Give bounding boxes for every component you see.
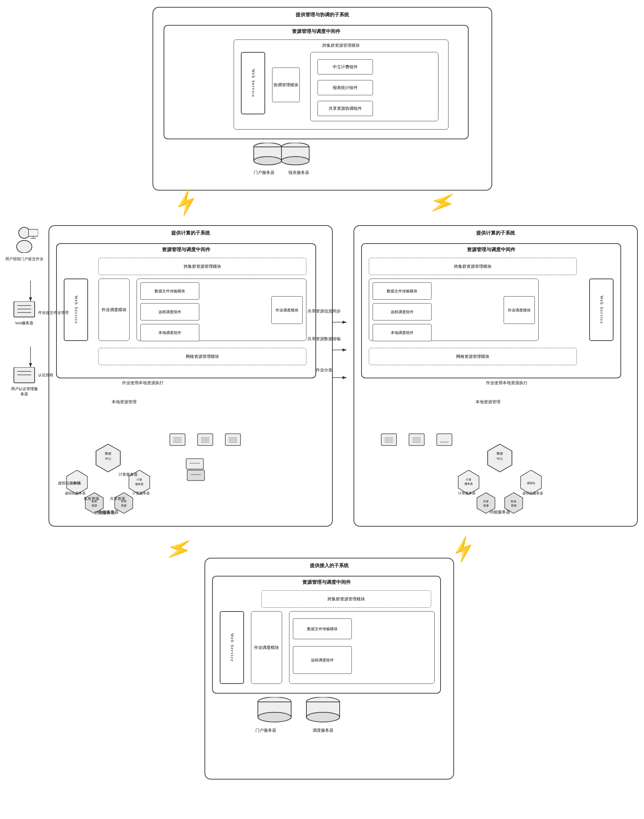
svg-rect-84 (437, 434, 452, 445)
svg-text:虚拟化: 虚拟化 (527, 482, 535, 485)
left-cross-cluster-box: 跨集群资源管理模块 (98, 258, 307, 275)
svg-text:服务器: 服务器 (135, 482, 144, 486)
svg-text:私有: 私有 (511, 500, 517, 503)
top-subsystem-box: 提供管理与协调的子系统 资源管理与调度中间件 跨集群资源管理模块 Web Ser… (152, 7, 492, 191)
right-cross-cluster-box: 跨集群资源管理模块 (369, 258, 577, 275)
top-c1-box: 中立计费组件 (317, 59, 373, 75)
job-dispatch-label: 作业分发 (302, 367, 347, 373)
left-job-dispatch-box: 作业调度模块 (98, 279, 130, 341)
lightning-top-left: ⚡ (170, 188, 202, 217)
svg-rect-58 (186, 459, 204, 469)
bottom-remote-dispatch-box: 远程调度组件 (293, 646, 352, 674)
left-private-label: 私有资源 (84, 496, 99, 501)
top-c2-box: 报表统计组件 (317, 80, 373, 95)
right-job-use-label: 作业使用本地资源执行 (475, 380, 538, 386)
left-subsystem-title: 提供计算的子系统 (49, 230, 332, 236)
left-remote-dispatch-label: 远程调度组件 (158, 309, 181, 315)
top-ws-label: Web Service (251, 69, 256, 98)
right-data-file-box: 数据文件传输模块 (373, 282, 431, 300)
left-grid-resource-box: 网格资源管理模块 (98, 348, 307, 365)
right-local-dispatch-label: 本地调度组件 (391, 330, 414, 335)
right-subsystem-box: 提供计算的子系统 资源管理与调度中间件 跨集群资源管理模块 网格资源管理模块 数… (354, 225, 638, 527)
bottom-s1-label: 门户服务器 (256, 727, 276, 733)
bottom-cross-cluster-label: 跨集群资源管理模块 (328, 596, 365, 602)
svg-rect-51 (225, 434, 241, 445)
left-ws-label: Web Service (74, 295, 79, 324)
auth-label: 认证授权 (38, 372, 54, 378)
svg-rect-47 (198, 434, 213, 445)
svg-rect-80 (409, 434, 424, 445)
bottom-cross-cluster-box: 跨集群资源管理模块 (261, 590, 431, 608)
top-c3-box: 共享资源协调组件 (317, 101, 373, 116)
user-label: 用户登陆门户提交作业 (3, 256, 45, 262)
right-cross-cluster-label: 跨集群资源管理模块 (454, 264, 492, 269)
svg-text:资源: 资源 (483, 504, 489, 507)
svg-text:中心: 中心 (105, 457, 111, 461)
bottom-data-file-box: 数据文件传输模块 (293, 618, 352, 639)
bottom-ws-box: Web Service (220, 611, 244, 684)
top-c2-label: 报表统计组件 (333, 85, 358, 91)
left-function-server-label: 功能服务器 (94, 510, 115, 516)
left-job-dispatch-label: 作业调度模块 (101, 307, 127, 313)
left-inner-modules-box: 数据文件传输模块 远程调度组件 本地调度组件 作业调度模块 (136, 279, 307, 341)
svg-rect-76 (381, 434, 397, 445)
top-components-box: 中立计费组件 报表统计组件 共享资源协调组件 (310, 52, 439, 121)
left-job-dispatch-right-box: 作业调度模块 (271, 296, 303, 324)
bottom-middleware-title: 资源管理与调度中间件 (213, 579, 440, 585)
top-c1-label: 中立计费组件 (333, 64, 358, 70)
right-middleware-title: 资源管理与调度中间件 (362, 246, 620, 253)
svg-point-25 (254, 156, 281, 165)
top-coord-module: 协调管理模块 (272, 67, 300, 102)
right-grid-label: 网格资源管理模块 (456, 354, 489, 360)
shared-resource-sync-label: 共享资源信息同步 (302, 308, 347, 314)
right-local-resource-label: 本地资源管理 (475, 399, 500, 405)
top-s1-label: 门户服务器 (254, 170, 274, 176)
left-jd-right-label: 作业调度模块 (276, 308, 298, 313)
right-data-file-label: 数据文件传输模块 (387, 289, 417, 294)
bottom-ws-label: Web Service (230, 633, 235, 662)
svg-point-90 (17, 240, 32, 253)
left-middleware-box: 资源管理与调度中间件 跨集群资源管理模块 网格资源管理模块 Web Servic… (56, 243, 316, 378)
job-submit-label: 作业提交作业管理 (38, 310, 69, 315)
left-data-file-box: 数据文件传输模块 (140, 282, 199, 300)
svg-text:资源: 资源 (92, 504, 97, 507)
right-job-dispatch-box: 作业调度模块 (504, 296, 535, 324)
left-ws-box: Web Service (64, 279, 88, 341)
svg-text:数据: 数据 (105, 452, 111, 455)
lightning-bottom-left: ⚡ (164, 535, 195, 563)
svg-text:服务器: 服务器 (465, 482, 473, 485)
shared-resource-transfer-label: 共享资源数据传输 (302, 336, 347, 342)
bottom-remote-dispatch-label: 远程调度组件 (311, 658, 334, 663)
svg-rect-43 (170, 434, 185, 445)
svg-point-103 (258, 712, 291, 722)
svg-text:虚拟化服务器: 虚拟化服务器 (522, 491, 543, 495)
bottom-subsystem-title: 提供接入的子系统 (205, 563, 453, 569)
web-server-label: Web服务器 (15, 320, 34, 326)
svg-text:功能服务器: 功能服务器 (489, 510, 510, 514)
svg-point-89 (19, 227, 30, 238)
top-coord-label: 协调管理模块 (273, 82, 298, 88)
svg-text:计算服务器: 计算服务器 (132, 491, 150, 495)
left-virtual-server-label: 虚拟化服务器 (58, 481, 81, 486)
left-subsystem-box: 提供计算的子系统 资源管理与调度中间件 跨集群资源管理模块 网格资源管理模块 W… (49, 225, 333, 527)
right-grid-resource-box: 网格资源管理模块 (369, 348, 577, 365)
right-middleware-box: 资源管理与调度中间件 跨集群资源管理模块 网格资源管理模块 数据文件传输模块 远… (361, 243, 621, 378)
right-ws-box: Web Service (589, 279, 613, 341)
lightning-bottom-right: ⚡ (448, 535, 479, 563)
auth-server-icon: 用户认证管理服务器 (11, 367, 38, 396)
svg-text:中心: 中心 (497, 457, 503, 461)
lightning-top-right: ⚡ (427, 188, 458, 217)
right-remote-dispatch-box: 远程调度组件 (373, 303, 431, 320)
left-job-use-label: 作业使用本地资源执行 (112, 380, 174, 386)
left-remote-dispatch-box: 远程调度组件 (140, 303, 199, 320)
svg-rect-91 (28, 230, 38, 236)
left-local-dispatch-box: 本地调度组件 (140, 324, 199, 341)
top-subsystem-title: 提供管理与协调的子系统 (153, 12, 492, 18)
bottom-s2-label: 调度服务器 (313, 727, 333, 733)
left-shared-label: 共享资源 (110, 496, 125, 501)
right-jd-label: 作业调度模块 (508, 308, 531, 313)
svg-text:共享: 共享 (483, 500, 489, 503)
bottom-inner-modules-box: 数据文件传输模块 远程调度组件 (289, 611, 435, 684)
svg-text:虚拟化服务器: 虚拟化服务器 (65, 491, 86, 495)
right-ws-label: Web Service (599, 295, 604, 324)
